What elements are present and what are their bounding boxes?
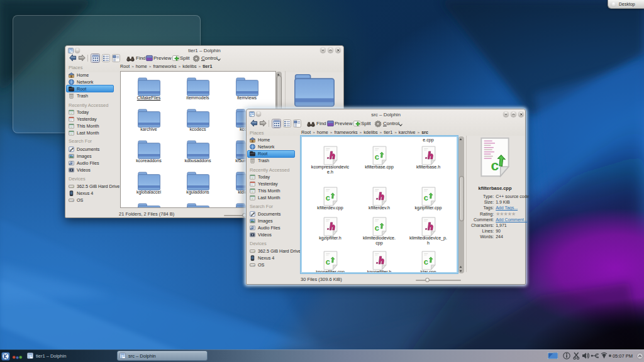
svg-text:c: c [491, 157, 499, 173]
